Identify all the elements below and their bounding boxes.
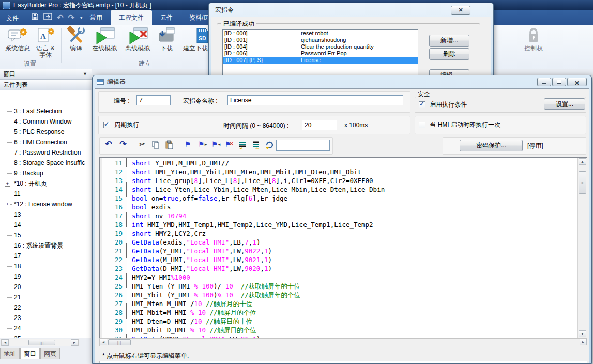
expand-icon[interactable]: +: [5, 202, 10, 207]
search-box[interactable]: [276, 140, 330, 151]
scroll-left-icon[interactable]: ◄: [2, 339, 9, 346]
tree-item[interactable]: +*12 : License window: [0, 199, 91, 209]
ribbon-button-system-info[interactable]: 系统信息: [4, 26, 31, 52]
tree-item-label: 6 : HMI Connection: [14, 139, 67, 146]
tree-item[interactable]: 9 : Backup: [0, 168, 91, 178]
restore-icon[interactable]: [552, 78, 566, 86]
periodic-checkbox[interactable]: [103, 122, 110, 128]
tab-object[interactable]: 元件: [152, 10, 181, 25]
next-bookmark-icon[interactable]: ⚑▸: [195, 139, 207, 150]
redo-icon[interactable]: ↷: [68, 14, 75, 21]
tree-item[interactable]: 14: [0, 220, 91, 230]
minimize-icon[interactable]: [537, 78, 551, 86]
tree-item[interactable]: 3 : Fast Selection: [0, 106, 91, 116]
tree-item[interactable]: 21: [0, 292, 91, 302]
macro-list-row[interactable]: [ID : 006]Password Err Pop: [223, 50, 418, 57]
close-icon[interactable]: ✕: [451, 6, 470, 15]
file-menu-button[interactable]: 文件: [6, 14, 19, 23]
ribbon-button-control-right[interactable]: 控制权: [517, 26, 550, 52]
tab-address[interactable]: 地址: [0, 348, 20, 359]
undo-icon[interactable]: ↶: [103, 139, 114, 150]
scrollbar-thumb[interactable]: ≡: [579, 171, 586, 194]
export-window-icon[interactable]: [43, 13, 52, 22]
tree-item[interactable]: 17: [0, 251, 91, 261]
macro-list-row[interactable]: [ID : 001]qiehuanshoudong: [223, 37, 418, 43]
sidebar-horizontal-scrollbar[interactable]: ◄ ||| ►: [1, 339, 79, 346]
tree-item[interactable]: 11: [0, 189, 91, 199]
outdent-icon[interactable]: [250, 139, 262, 150]
copy-icon[interactable]: [150, 139, 161, 150]
paste-icon[interactable]: [163, 139, 175, 150]
expand-icon[interactable]: +: [5, 181, 10, 187]
tree-item-label: 13: [14, 211, 21, 218]
window-tree[interactable]: 3 : Fast Selection4 : Common Window5 : P…: [0, 90, 91, 338]
macro-id-field[interactable]: 7: [136, 95, 171, 105]
close-icon[interactable]: ✕: [567, 78, 587, 86]
delete-macro-button[interactable]: 删除: [429, 48, 469, 60]
undo-icon[interactable]: ↶: [57, 14, 64, 21]
code-line: GetData(Y_HMI,"Local HMI",LW,9022,1): [132, 247, 578, 255]
tab-project-file[interactable]: 工程文件: [111, 10, 152, 25]
scroll-up-icon[interactable]: ▲: [579, 158, 586, 165]
security-settings-button[interactable]: 设置...: [544, 98, 585, 110]
tree-item[interactable]: 5 : PLC Response: [0, 127, 91, 137]
scroll-right-icon[interactable]: ►: [580, 339, 587, 345]
tree-item[interactable]: 4 : Common Window: [0, 116, 91, 127]
cut-icon[interactable]: ✂: [136, 139, 148, 150]
tree-item[interactable]: 20: [0, 282, 91, 292]
scrollbar-thumb[interactable]: |||: [108, 339, 131, 345]
line-number: 23: [100, 264, 126, 273]
exec-condition-checkbox[interactable]: [419, 101, 425, 108]
interval-field[interactable]: 20: [302, 120, 337, 130]
code-horizontal-scrollbar[interactable]: ◄ ||| ►: [99, 338, 587, 346]
scroll-left-icon[interactable]: ◄: [100, 339, 107, 345]
tree-item[interactable]: 23: [0, 313, 91, 323]
ribbon-button-download[interactable]: 下载: [155, 26, 178, 52]
macro-id-label: 编号 :: [114, 97, 130, 105]
tree-item-label: *10 : 开机页: [14, 180, 47, 187]
macro-list-row[interactable]: [ID : 004]Clear the production quantity: [223, 43, 418, 50]
tree-item[interactable]: 19: [0, 271, 91, 282]
scrollbar-thumb[interactable]: |||: [28, 340, 55, 345]
tree-item[interactable]: 18: [0, 261, 91, 271]
sidebar-pane-selector[interactable]: 窗口 ▼: [0, 69, 92, 80]
refresh-search-icon[interactable]: [264, 139, 275, 150]
ribbon-button-compile[interactable]: 编译: [64, 26, 88, 52]
clear-bookmarks-icon[interactable]: ⚑✕: [222, 139, 234, 150]
macro-name-field[interactable]: License: [227, 95, 403, 105]
tab-common[interactable]: 常用: [82, 10, 111, 25]
tree-item[interactable]: 7 : Password Restriction: [0, 147, 91, 158]
macro-code-editor[interactable]: 1112131415161718192021222324252627282930…: [99, 157, 587, 338]
tree-item[interactable]: 24: [0, 323, 91, 333]
macro-list-row[interactable]: [ID : 007] {P, S}License: [223, 57, 418, 64]
indent-icon[interactable]: [237, 139, 248, 150]
tree-item[interactable]: 13: [0, 209, 91, 220]
code-vertical-scrollbar[interactable]: ▲ ≡ ▼: [577, 158, 587, 338]
bookmark-icon[interactable]: ⚑: [182, 139, 193, 150]
ribbon-button-offline-simulation[interactable]: 离线模拟: [122, 26, 153, 52]
scroll-down-icon[interactable]: ▼: [579, 330, 586, 337]
prev-bookmark-icon[interactable]: ⚑◂: [209, 139, 220, 150]
tree-item[interactable]: 6 : HMI Connection: [0, 137, 91, 147]
macro-list-row[interactable]: [ID : 000]reset robot: [223, 30, 418, 37]
redo-icon[interactable]: ↷: [117, 139, 129, 150]
ribbon-group-separator: [585, 28, 585, 63]
lock-icon: [523, 26, 544, 45]
scroll-right-icon[interactable]: ►: [71, 339, 78, 346]
tree-item[interactable]: 8 : Storage Space Insuffic: [0, 158, 91, 168]
tree-item[interactable]: 22: [0, 302, 91, 313]
ribbon-button-online-simulation[interactable]: 在线模拟: [89, 26, 120, 52]
run-once-checkbox[interactable]: [419, 122, 425, 128]
tree-item[interactable]: 15: [0, 230, 91, 240]
ribbon-group-build: 建立: [119, 59, 171, 68]
password-protect-button[interactable]: 密码保护...: [460, 140, 523, 151]
tree-item[interactable]: 16 : 系统设置背景: [0, 240, 91, 251]
tree-item-label: 11: [14, 190, 20, 198]
tab-webpage[interactable]: 网页: [40, 348, 60, 359]
tree-item[interactable]: +*10 : 开机页: [0, 178, 91, 189]
tree-item[interactable]: 25: [0, 333, 91, 338]
tab-window[interactable]: 窗口: [20, 348, 40, 359]
save-icon[interactable]: [31, 13, 39, 23]
ribbon-button-language-font[interactable]: A 语言 &字体: [32, 26, 59, 58]
new-macro-button[interactable]: 新增...: [429, 35, 469, 47]
